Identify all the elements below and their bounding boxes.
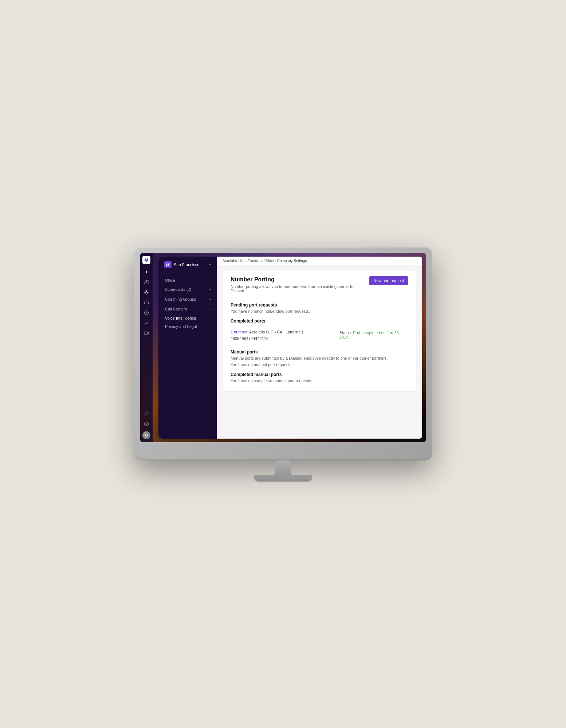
port-status: Status: Port completed on Jan 25, 2019 — [339, 331, 408, 339]
app-window: SF San Francisco ▾ Office — [158, 257, 422, 439]
svg-rect-5 — [144, 302, 145, 304]
add-scorecards-icon[interactable]: + — [209, 286, 212, 292]
headset-icon[interactable] — [142, 298, 151, 307]
breadcrumb-sep-2: / — [275, 259, 276, 263]
left-toolbar: ✦ — [140, 253, 153, 442]
screen-content: ✦ — [140, 253, 426, 442]
breadcrumb-current: Company Settings — [277, 259, 307, 263]
chevron-down-icon: ▾ — [209, 263, 211, 266]
svg-point-3 — [147, 281, 149, 282]
svg-point-2 — [145, 280, 147, 282]
breadcrumb: Aerolabs / San Francisco Office / Compan… — [217, 257, 422, 265]
new-port-request-button[interactable]: New port request — [369, 276, 408, 285]
add-call-centers-icon[interactable]: + — [209, 306, 212, 312]
completed-section-heading: Completed ports — [231, 318, 408, 324]
monitor-base — [254, 475, 312, 482]
monitor-screen: ✦ — [140, 253, 426, 442]
sidebar: SF San Francisco ▾ Office — [158, 257, 217, 439]
svg-rect-6 — [148, 302, 149, 304]
manual-empty-text: You have no manual port requests. — [231, 363, 408, 367]
page-description: Number porting allows you to port number… — [231, 284, 369, 293]
title-row: Number Porting Number porting allows you… — [231, 276, 408, 297]
completed-manual-empty-text: You have no completed manual port reques… — [231, 379, 408, 383]
pending-section-heading: Pending port requests — [231, 302, 408, 308]
manual-section-heading: Manual ports — [231, 349, 408, 355]
breadcrumb-aerolabs[interactable]: Aerolabs — [223, 259, 237, 263]
app-logo — [142, 256, 150, 264]
svg-point-4 — [146, 292, 148, 293]
sidebar-item-office[interactable]: Office — [160, 276, 215, 284]
manual-description: Manual ports are submitted by a Dialpad … — [231, 356, 408, 360]
sidebar-item-privacy-legal[interactable]: Privacy and Legal — [160, 323, 215, 331]
monitor-wrapper: ✦ — [134, 246, 432, 482]
main-content: Aerolabs / San Francisco Office / Compan… — [217, 257, 422, 439]
svg-point-1 — [146, 258, 147, 260]
settings-icon[interactable] — [142, 288, 151, 297]
help-icon[interactable] — [142, 420, 151, 428]
sparkle-icon[interactable]: ✦ — [142, 268, 151, 276]
port-entry: 1 number Aerolabs LLC - CA | Landline | … — [231, 325, 408, 344]
completed-manual-heading: Completed manual ports — [231, 372, 408, 377]
content-area: Number Porting Number porting allows you… — [217, 265, 422, 439]
analytics-icon[interactable] — [142, 318, 151, 327]
workspace-avatar: SF — [164, 261, 172, 268]
video-icon[interactable] — [142, 329, 151, 337]
content-panel: Number Porting Number porting allows you… — [223, 270, 416, 391]
add-coaching-groups-icon[interactable]: + — [209, 296, 212, 302]
status-label: Status: — [339, 331, 352, 335]
desktop-background: ✦ — [140, 253, 426, 442]
port-number-link[interactable]: 1 number — [231, 330, 247, 334]
sidebar-item-scorecards[interactable]: Scorecards (2) + — [160, 285, 215, 294]
user-avatar[interactable]: U — [142, 431, 150, 439]
workspace-selector[interactable]: SF San Francisco ▾ — [162, 260, 213, 270]
svg-point-10 — [146, 425, 146, 426]
sidebar-item-voice-intelligence[interactable]: Voice Intelligence — [160, 314, 215, 322]
notification-icon[interactable] — [142, 410, 151, 418]
workspace-name: San Francisco — [174, 262, 207, 267]
monitor-neck — [272, 460, 294, 475]
pending-empty-text: You have no batching/pending port reques… — [231, 309, 408, 313]
svg-rect-8 — [144, 332, 147, 335]
sidebar-item-coaching-groups[interactable]: Coaching Groups + — [160, 294, 215, 304]
clock-icon[interactable] — [142, 308, 151, 317]
breadcrumb-sep-1: / — [238, 259, 239, 263]
page-title: Number Porting — [231, 276, 369, 283]
monitor-frame: ✦ — [134, 246, 432, 460]
sidebar-header: SF San Francisco ▾ — [158, 257, 217, 273]
sidebar-item-call-centers[interactable]: Call Centers + — [160, 304, 215, 314]
people-icon[interactable] — [142, 278, 151, 286]
sidebar-navigation: Office Scorecards (2) + Coaching Groups … — [158, 273, 217, 439]
breadcrumb-sf-office[interactable]: San Francisco Office — [240, 259, 274, 263]
